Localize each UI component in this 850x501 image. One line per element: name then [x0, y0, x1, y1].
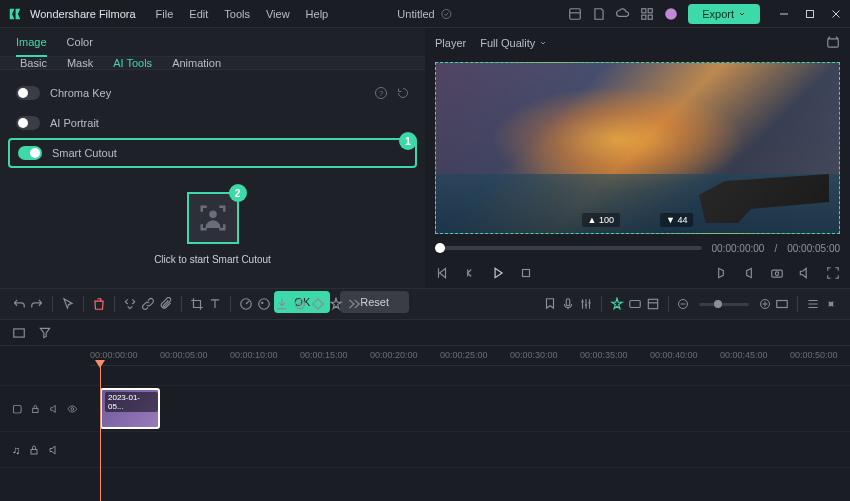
undo-icon[interactable] [12, 297, 26, 311]
mark-out-icon[interactable] [742, 266, 756, 280]
track-filter-icon[interactable] [38, 326, 52, 340]
svg-rect-12 [523, 270, 530, 277]
properties-panel: Image Color Basic Mask AI Tools Animatio… [0, 28, 425, 288]
color-icon[interactable] [257, 297, 271, 311]
split-icon[interactable] [123, 297, 137, 311]
subtab-mask[interactable]: Mask [67, 57, 93, 69]
zoom-out-icon[interactable] [677, 298, 689, 310]
svg-rect-5 [642, 15, 646, 19]
menu-tools[interactable]: Tools [224, 8, 250, 20]
minimize-icon[interactable] [778, 8, 790, 20]
smart-cutout-label: Click to start Smart Cutout [154, 254, 271, 265]
download-icon[interactable] [275, 297, 289, 311]
menu-edit[interactable]: Edit [189, 8, 208, 20]
eye-icon[interactable] [67, 403, 78, 415]
tab-color[interactable]: Color [67, 28, 93, 56]
cloud-icon[interactable] [616, 7, 630, 21]
close-icon[interactable] [830, 8, 842, 20]
smart-cutout-button[interactable]: 2 [187, 192, 239, 244]
mic-icon[interactable] [561, 297, 575, 311]
tab-image[interactable]: Image [16, 28, 47, 56]
mute-icon[interactable] [49, 403, 60, 415]
effect-icon[interactable] [329, 297, 343, 311]
callout-badge-2: 2 [229, 184, 247, 202]
svg-point-16 [259, 299, 270, 310]
zoom-fit-icon[interactable] [775, 297, 789, 311]
delete-icon[interactable] [92, 297, 106, 311]
chroma-key-toggle[interactable] [16, 86, 40, 100]
zoom-in-icon[interactable] [759, 298, 771, 310]
auto-icon[interactable] [610, 297, 624, 311]
pointer-icon[interactable] [61, 297, 75, 311]
record-icon[interactable] [293, 297, 307, 311]
panel-tabs: Image Color [0, 28, 425, 57]
prev-frame-icon[interactable] [435, 266, 449, 280]
sub-tabs: Basic Mask AI Tools Animation [0, 57, 425, 70]
group-icon[interactable] [628, 297, 642, 311]
speed-icon[interactable] [239, 297, 253, 311]
audio-track-content[interactable] [90, 432, 850, 467]
render-icon[interactable] [646, 297, 660, 311]
subtab-basic[interactable]: Basic [20, 57, 47, 69]
video-track-content[interactable]: 2023-01-05... [90, 386, 850, 431]
window-controls [778, 8, 842, 20]
marker-icon[interactable] [543, 297, 557, 311]
main-area: Image Color Basic Mask AI Tools Animatio… [0, 28, 850, 288]
timeline-header [0, 320, 850, 346]
document-title: Untitled [397, 8, 452, 20]
svg-rect-4 [648, 8, 652, 12]
export-button[interactable]: Export [688, 4, 760, 24]
mixer-icon[interactable] [579, 297, 593, 311]
play-icon[interactable] [491, 266, 505, 280]
step-back-icon[interactable] [463, 266, 477, 280]
menu-view[interactable]: View [266, 8, 290, 20]
redo-icon[interactable] [30, 297, 44, 311]
quality-select[interactable]: Full Quality [480, 37, 547, 49]
svg-point-17 [261, 302, 263, 304]
track-header-icon[interactable] [12, 326, 26, 340]
lock-icon[interactable] [30, 403, 41, 415]
timeline-ruler[interactable]: 00:00:00:00 00:00:05:00 00:00:10:00 00:0… [90, 346, 850, 366]
lock-icon[interactable] [28, 444, 40, 456]
svg-rect-28 [777, 301, 788, 308]
menu-file[interactable]: File [156, 8, 174, 20]
avatar-icon[interactable] [664, 7, 678, 21]
link-icon[interactable] [141, 297, 155, 311]
info-icon[interactable]: ? [375, 87, 387, 99]
tool-ai-portrait: AI Portrait [0, 108, 425, 138]
menu-help[interactable]: Help [306, 8, 329, 20]
subtab-animation[interactable]: Animation [172, 57, 221, 69]
subtab-ai-tools[interactable]: AI Tools [113, 57, 152, 69]
mark-in-icon[interactable] [714, 266, 728, 280]
fullscreen-icon[interactable] [826, 266, 840, 280]
forward-icon[interactable] [347, 297, 361, 311]
list-view-icon[interactable] [806, 297, 820, 311]
zoom-slider[interactable] [699, 303, 749, 306]
cloud-sync-icon[interactable] [441, 8, 453, 20]
scrub-track[interactable] [435, 246, 702, 250]
attach-icon[interactable] [159, 297, 173, 311]
video-preview[interactable]: ▲ 100 ▼ 44 [435, 62, 840, 234]
tool-smart-cutout: Smart Cutout 1 [8, 138, 417, 168]
mute-icon[interactable] [48, 444, 60, 456]
save-icon[interactable] [592, 7, 606, 21]
snapshot-icon[interactable] [826, 36, 840, 50]
scrub-bar: 00:00:00:00 / 00:00:05:00 [435, 238, 840, 258]
camera-icon[interactable] [770, 266, 784, 280]
stop-icon[interactable] [519, 266, 533, 280]
ai-portrait-toggle[interactable] [16, 116, 40, 130]
layout-icon[interactable] [568, 7, 582, 21]
playhead[interactable] [100, 366, 101, 501]
smart-cutout-toggle[interactable] [18, 146, 42, 160]
maximize-icon[interactable] [804, 8, 816, 20]
app-logo [8, 7, 22, 21]
video-clip[interactable]: 2023-01-05... [100, 388, 160, 429]
settings-icon[interactable] [824, 297, 838, 311]
grid-icon[interactable] [640, 7, 654, 21]
text-icon[interactable] [208, 297, 222, 311]
reset-icon[interactable] [397, 87, 409, 99]
keyframe-icon[interactable] [311, 297, 325, 311]
smart-cutout-area: 2 Click to start Smart Cutout [0, 176, 425, 281]
crop-icon[interactable] [190, 297, 204, 311]
volume-icon[interactable] [798, 266, 812, 280]
